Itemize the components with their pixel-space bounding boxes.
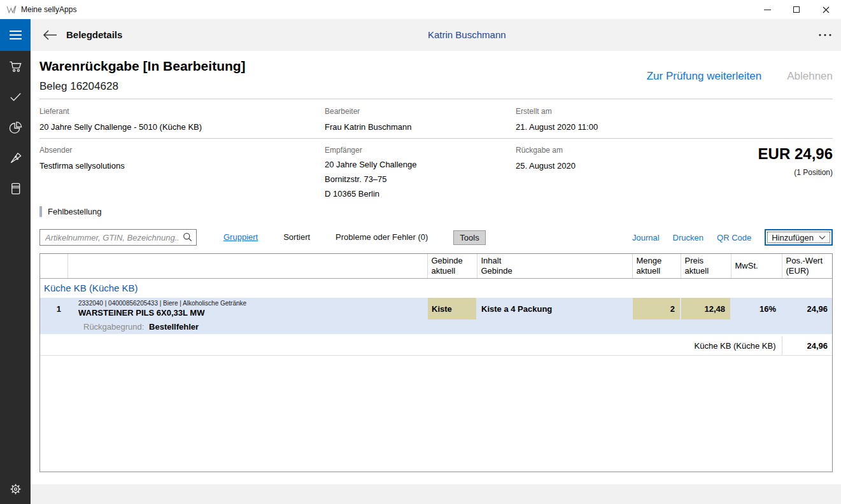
print-link[interactable]: Drucken bbox=[673, 233, 703, 242]
article-cell: 2332040 | 04000856205433 | Biere | Alkoh… bbox=[67, 298, 427, 319]
sidebar-item-offers[interactable] bbox=[0, 143, 31, 173]
close-icon[interactable] bbox=[811, 0, 840, 19]
qr-code-link[interactable]: QR Code bbox=[717, 233, 751, 242]
window-controls bbox=[753, 0, 840, 19]
tab-accent-bar bbox=[39, 206, 42, 217]
empfaenger-line: 20 Jahre Selly Challenge bbox=[325, 160, 509, 169]
menge-cell[interactable]: 2 bbox=[632, 298, 681, 319]
journal-link[interactable]: Journal bbox=[632, 233, 660, 242]
sidebar-item-statistics[interactable] bbox=[0, 112, 31, 143]
chevron-down-icon bbox=[819, 235, 826, 240]
sidebar bbox=[0, 51, 31, 504]
problems-filter[interactable]: Probleme oder Fehler (0) bbox=[336, 229, 428, 246]
table-header-row: Gebindeaktuell InhaltGebinde Mengeaktuel… bbox=[40, 254, 833, 278]
reject-button[interactable]: Ablehnen bbox=[787, 70, 833, 83]
document-total: EUR 24,96 (1 Position) bbox=[758, 145, 833, 177]
search-icon[interactable] bbox=[183, 232, 192, 244]
forward-for-review-button[interactable]: Zur Prüfung weiterleiten bbox=[647, 70, 761, 83]
sidebar-item-catalog[interactable] bbox=[0, 173, 31, 204]
col-preis-aktuell: Preisaktuell bbox=[681, 254, 731, 278]
subtotal-value: 24,96 bbox=[782, 337, 833, 355]
empfaenger-line: D 10365 Berlin bbox=[325, 189, 509, 199]
pos-wert-cell: 24,96 bbox=[782, 298, 833, 319]
book-icon bbox=[8, 181, 23, 196]
field-absender: Absender Testfirma sellysolutions bbox=[39, 146, 320, 171]
tab-label: Fehlbestellung bbox=[48, 207, 102, 216]
field-lieferant: Lieferant 20 Jahre Selly Challenge - 501… bbox=[39, 107, 320, 132]
inhalt-cell: Kiste a 4 Packung bbox=[477, 298, 632, 319]
field-rueckgabe-am: Rückgabe am 25. August 2020 bbox=[516, 146, 675, 171]
preis-cell[interactable]: 12,48 bbox=[681, 298, 731, 319]
position-toolbar: Gruppiert Sortiert Probleme oder Fehler … bbox=[39, 229, 833, 246]
divider bbox=[39, 138, 833, 139]
sorted-toggle[interactable]: Sortiert bbox=[283, 229, 310, 246]
reason-label: Rückgabegrund: bbox=[83, 322, 144, 332]
document-detail-panel: Warenrückgabe [In Bearbeitung] Beleg 162… bbox=[31, 51, 841, 504]
col-mwst: MwSt. bbox=[731, 254, 782, 278]
field-erstellt-am: Erstellt am 21. August 2020 11:00 bbox=[516, 107, 675, 132]
col-gebinde-aktuell: Gebindeaktuell bbox=[427, 254, 477, 278]
user-name-link[interactable]: Katrin Buschmann bbox=[428, 19, 506, 51]
add-dropdown-button[interactable]: Hinzufügen bbox=[765, 229, 833, 246]
document-number: Beleg 16204628 bbox=[39, 80, 118, 93]
col-inhalt-gebinde: InhaltGebinde bbox=[477, 254, 632, 278]
positions-table: Gebindeaktuell InhaltGebinde Mengeaktuel… bbox=[39, 253, 833, 472]
back-arrow-icon bbox=[42, 29, 57, 41]
position-count: (1 Position) bbox=[758, 168, 833, 177]
document-actions: Zur Prüfung weiterleiten Ablehnen bbox=[647, 70, 833, 83]
sidebar-item-settings[interactable] bbox=[0, 473, 31, 504]
minimize-icon[interactable] bbox=[753, 0, 782, 19]
position-number: 1 bbox=[40, 298, 67, 319]
gebinde-cell[interactable]: Kiste bbox=[427, 298, 477, 319]
article-meta: 2332040 | 04000856205433 | Biere | Alkoh… bbox=[78, 300, 427, 307]
field-bearbeiter: Bearbeiter Frau Katrin Buschmann bbox=[325, 107, 509, 132]
hamburger-menu-button[interactable] bbox=[0, 19, 31, 51]
maximize-icon[interactable] bbox=[782, 0, 811, 19]
divider bbox=[39, 99, 833, 99]
back-button[interactable] bbox=[38, 19, 61, 51]
app-header: Belegdetails Katrin Buschmann bbox=[0, 19, 841, 51]
total-amount: EUR 24,96 bbox=[758, 145, 833, 163]
checkmark-icon bbox=[8, 90, 23, 104]
search-input[interactable] bbox=[39, 229, 197, 246]
pizza-slice-icon bbox=[8, 151, 23, 165]
group-header-label: Küche KB (Küche KB) bbox=[40, 278, 833, 298]
col-pos-wert: Pos.-Wert(EUR) bbox=[782, 254, 833, 278]
page-title: Belegdetails bbox=[66, 19, 122, 51]
position-row[interactable]: 1 2332040 | 04000856205433 | Biere | Alk… bbox=[40, 298, 833, 319]
gear-icon bbox=[9, 482, 22, 496]
grouped-toggle[interactable]: Gruppiert bbox=[223, 229, 258, 246]
group-header-row: Küche KB (Küche KB) bbox=[40, 278, 833, 298]
mwst-cell: 16% bbox=[731, 298, 782, 319]
col-menge-aktuell: Mengeaktuell bbox=[632, 254, 681, 278]
sidebar-item-approvals[interactable] bbox=[0, 81, 31, 112]
article-name: WARSTEINER PILS 6X0,33L MW bbox=[78, 308, 427, 318]
ellipsis-icon bbox=[818, 33, 832, 37]
document-status-title: Warenrückgabe [In Bearbeitung] bbox=[39, 59, 246, 74]
empfaenger-line: Bornitzstr. 73–75 bbox=[325, 174, 509, 184]
more-options-button[interactable] bbox=[818, 19, 832, 51]
reason-value: Bestellfehler bbox=[149, 322, 199, 332]
col-article bbox=[67, 254, 427, 278]
tools-button[interactable]: Tools bbox=[453, 230, 485, 245]
subtotal-label: Küche KB (Küche KB) bbox=[40, 337, 782, 355]
search-box bbox=[39, 229, 197, 246]
titlebar: Meine sellyApps bbox=[0, 0, 841, 19]
return-reason-row: Rückgabegrund: Bestellfehler bbox=[40, 319, 833, 334]
pie-chart-icon bbox=[8, 120, 23, 135]
status-strip bbox=[31, 484, 841, 504]
cart-icon bbox=[8, 59, 23, 74]
sidebar-item-cart[interactable] bbox=[0, 51, 31, 81]
app-logo-icon bbox=[6, 4, 17, 15]
document-type-tab: Fehlbestellung bbox=[39, 206, 102, 217]
field-empfaenger: Empfänger 20 Jahre Selly Challenge Borni… bbox=[325, 146, 509, 204]
window-title: Meine sellyApps bbox=[21, 5, 76, 14]
group-subtotal-row: Küche KB (Küche KB) 24,96 bbox=[40, 337, 833, 355]
col-row-number bbox=[40, 254, 67, 278]
